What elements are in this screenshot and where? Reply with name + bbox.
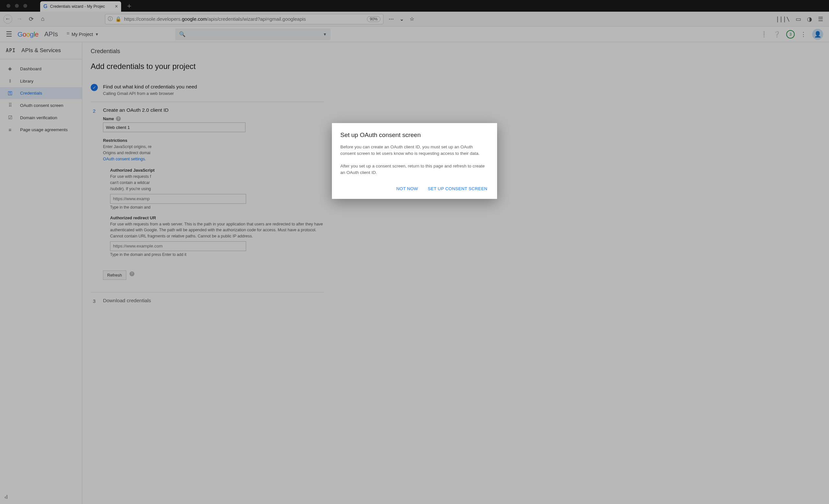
oauth-consent-modal: Set up OAuth consent screen Before you c…: [332, 123, 497, 199]
modal-paragraph-1: Before you can create an OAuth client ID…: [340, 144, 489, 157]
not-now-button[interactable]: NOT NOW: [395, 184, 419, 193]
modal-paragraph-2: After you set up a consent screen, retur…: [340, 163, 489, 176]
modal-overlay[interactable]: [0, 0, 829, 504]
modal-title: Set up OAuth consent screen: [340, 132, 489, 139]
set-up-consent-button[interactable]: SET UP CONSENT SCREEN: [427, 184, 489, 193]
